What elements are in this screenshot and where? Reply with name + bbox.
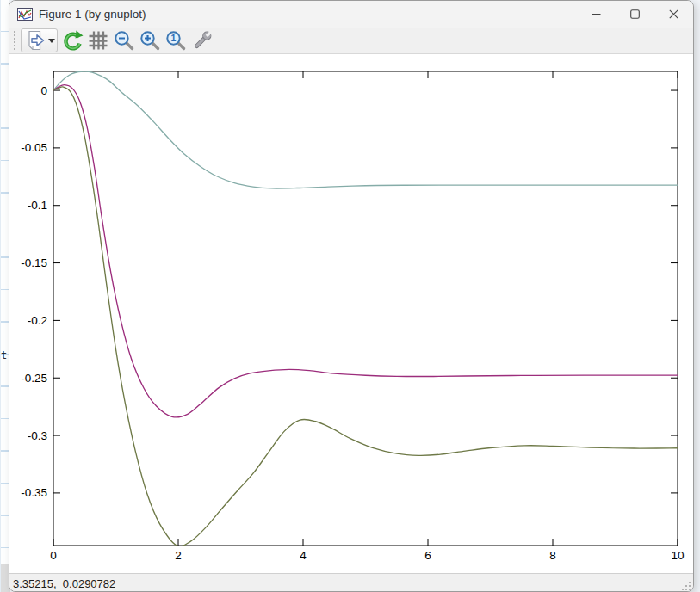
x-tick-label: 0 <box>50 549 57 562</box>
zoom-out-button[interactable] <box>113 28 135 52</box>
minimize-icon <box>592 9 601 19</box>
x-tick-label: 10 <box>671 549 684 562</box>
y-tick-label: -0.05 <box>21 141 47 154</box>
titlebar[interactable]: Figure 1 (by gnuplot) <box>9 1 693 28</box>
zoom-in-button[interactable] <box>139 28 161 52</box>
x-tick-label: 8 <box>549 549 556 562</box>
cursor-coordinates: 3.35215, 0.0290782 <box>13 577 115 590</box>
y-tick-label: -0.1 <box>28 199 47 212</box>
y-tick-label: -0.25 <box>21 372 47 385</box>
zoom-original-icon: 1 <box>164 29 187 52</box>
export-plot-icon <box>23 29 46 52</box>
export-plot-button[interactable] <box>21 28 58 52</box>
maximize-icon <box>630 9 640 19</box>
x-tick-label: 6 <box>424 549 431 562</box>
replot-icon <box>61 29 84 52</box>
gnuplot-figure-window: Figure 1 (by gnuplot) <box>9 0 694 592</box>
gnuplot-logo-icon <box>17 8 33 21</box>
y-tick-label: -0.2 <box>28 314 47 327</box>
window-controls <box>577 1 693 28</box>
plot-canvas[interactable]: 02468100-0.05-0.1-0.15-0.2-0.25-0.3-0.35 <box>9 54 693 573</box>
zoom-in-icon <box>139 29 161 52</box>
maximize-button[interactable] <box>616 1 654 28</box>
series-1-teal-curve <box>53 71 678 188</box>
svg-text:1: 1 <box>171 33 177 43</box>
y-tick-label: -0.3 <box>28 429 47 442</box>
y-tick-label: -0.35 <box>21 486 47 499</box>
minimize-button[interactable] <box>577 1 616 28</box>
settings-button[interactable] <box>190 28 214 52</box>
plot-area: 02468100-0.05-0.1-0.15-0.2-0.25-0.3-0.35 <box>9 54 693 573</box>
x-tick-label: 4 <box>300 549 307 562</box>
y-tick-label: -0.15 <box>21 256 47 269</box>
y-tick-label: 0 <box>40 84 47 97</box>
toolbar: 1 <box>9 28 693 54</box>
grid-icon <box>87 29 109 52</box>
statusbar: 3.35215, 0.0290782 <box>9 573 693 592</box>
dropdown-arrow-icon <box>48 39 55 43</box>
grid-button[interactable] <box>87 28 109 52</box>
replot-button[interactable] <box>61 28 84 52</box>
series-3-olive-curve <box>53 87 678 546</box>
wrench-icon <box>190 29 214 52</box>
zoom-out-icon <box>113 29 135 52</box>
resize-grip-icon[interactable] <box>680 580 691 591</box>
window-title: Figure 1 (by gnuplot) <box>39 8 146 21</box>
close-button[interactable] <box>654 1 693 28</box>
plot-border <box>53 71 678 546</box>
x-tick-label: 2 <box>175 549 182 562</box>
toolbar-gripper[interactable] <box>14 31 17 50</box>
close-icon <box>669 9 678 19</box>
series-2-magenta-curve <box>53 85 678 417</box>
zoom-original-button[interactable]: 1 <box>164 28 187 52</box>
